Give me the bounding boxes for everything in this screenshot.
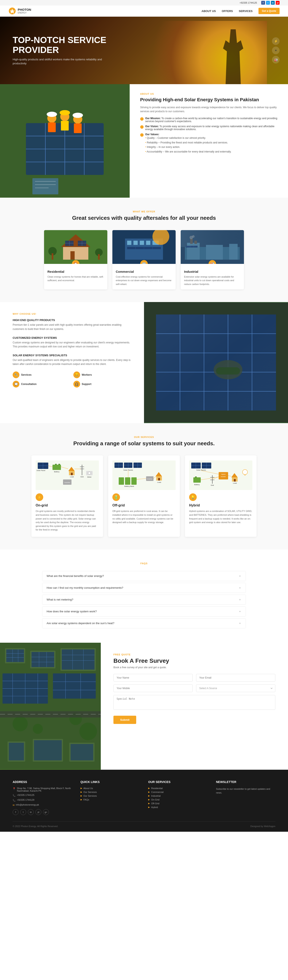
stat-workers: 👷 Workers — [73, 371, 132, 378]
values-text: Our Values: Quality – Customer satisfact… — [145, 133, 231, 154]
hero-bg-glow — [140, 21, 267, 84]
hero-icon-3: 🏭 — [272, 56, 280, 64]
form-row-3 — [113, 695, 275, 711]
svg-rect-40 — [140, 241, 144, 245]
mobile-input[interactable] — [113, 684, 193, 692]
faq-question-4[interactable]: How does the solar energy system work? ＋ — [42, 607, 246, 616]
faq-question-5[interactable]: Are solar energy systems dependent on th… — [42, 619, 246, 628]
email-input[interactable] — [196, 674, 275, 681]
facebook-icon[interactable]: f — [261, 1, 265, 5]
nav-services[interactable]: SERVICES — [239, 10, 253, 13]
footer-link-ongrid[interactable]: ▶ On-Grid — [148, 799, 208, 801]
footer-link-about[interactable]: ▶ About Us — [81, 787, 140, 789]
arrow-icon-5: ▶ — [148, 787, 150, 789]
ongrid-icon: ⚡ — [36, 493, 43, 501]
footer-link-industrial[interactable]: ▶ Industrial — [148, 795, 208, 797]
why-title-3: SOLAR ENERGY SYSTEMS SPECIALISTS — [13, 354, 131, 357]
logo-icon — [8, 7, 16, 15]
footer: Address 📍 Shop No. 7-98, Salma Shopping … — [0, 770, 288, 832]
footer-link-commercial[interactable]: ▶ Commercial — [148, 791, 208, 793]
notes-textarea[interactable] — [113, 695, 275, 710]
footer-link-offgrid[interactable]: ▶ Off-Grid — [148, 802, 208, 805]
twitter-icon[interactable]: t — [266, 1, 270, 5]
svg-rect-165 — [32, 652, 54, 667]
ongrid-desc: On-grid systems are mostly preferred to … — [36, 509, 99, 532]
service-name-residential: Residential — [48, 270, 104, 274]
why-desc-1: Premium tier-1 solar panels are used wit… — [13, 323, 131, 331]
svg-point-16 — [60, 110, 70, 115]
svg-text:Inverter: Inverter — [221, 476, 226, 477]
youtube-icon[interactable]: yt — [276, 1, 280, 5]
nav-offers[interactable]: OFFERS — [222, 10, 233, 13]
service-body-commercial: Commercial Cost-effective energy systems… — [112, 264, 176, 290]
faq-question-2[interactable]: How can I find out my monthly consumptio… — [42, 583, 246, 593]
stat-workers-icon: 👷 — [73, 371, 80, 378]
arrow-icon-2: ▶ — [81, 791, 82, 793]
service-desc-industrial: Extensive solar energy systems are avail… — [184, 275, 240, 286]
values-item: Our Values: Quality – Customer satisfact… — [140, 133, 277, 154]
svg-rect-10 — [48, 123, 56, 132]
form-row-2: Select A Source Google Facebook Referral… — [113, 684, 275, 692]
stat-support: 🎧 Support — [73, 381, 132, 388]
faq-question-1[interactable]: What are the financial benefits of solar… — [42, 571, 246, 581]
notes-field — [113, 695, 275, 711]
hybrid-diagram: Solar Panels Battery Grid Load — [189, 460, 252, 490]
service-card-residential: 🏠 Residential Clean energy systems for h… — [44, 230, 107, 290]
footer-link-our-services[interactable]: ▶ Our Services — [81, 791, 140, 793]
source-select[interactable]: Select A Source Google Facebook Referral… — [196, 684, 275, 692]
arrow-icon-8: ▶ — [148, 799, 150, 801]
nav-about[interactable]: ABOUT US — [202, 10, 216, 13]
arrow-icon-10: ▶ — [148, 806, 150, 808]
footer-link-residential[interactable]: ▶ Residential — [148, 787, 208, 789]
svg-point-15 — [46, 112, 57, 117]
service-name-industrial: Industrial — [184, 270, 240, 274]
get-quote-button[interactable]: Get a Quote — [258, 8, 280, 14]
svg-point-99 — [88, 472, 91, 474]
footer-tw-icon[interactable]: t — [20, 809, 26, 815]
linkedin-icon[interactable]: in — [271, 1, 275, 5]
value-3: Integrity – In our every action. — [145, 145, 231, 150]
faq-list: What are the financial benefits of solar… — [42, 571, 246, 628]
faq-item-5[interactable]: Are solar energy systems dependent on th… — [42, 618, 246, 628]
main-header: PHOTON ENERGY ABOUT US OFFERS SERVICES G… — [0, 5, 288, 17]
submit-button[interactable]: Submit — [113, 716, 136, 724]
footer-in-icon[interactable]: in — [28, 809, 34, 815]
faq-chevron-3: ＋ — [239, 598, 242, 601]
booking-title: Book A Free Survey — [113, 657, 275, 664]
arrow-icon-7: ▶ — [148, 795, 150, 797]
services-section: What We Offer Great services with qualit… — [0, 198, 288, 302]
location-icon: 📍 — [13, 788, 16, 790]
footer-link-hybrid[interactable]: ▶ Hybrid — [148, 806, 208, 808]
faq-item-4[interactable]: How does the solar energy system work? ＋ — [42, 606, 246, 617]
faq-chevron-2: ＋ — [239, 586, 242, 590]
faq-question-3[interactable]: What is net metering? ＋ — [42, 595, 246, 605]
value-2: Reliability – Providing the finest and m… — [145, 140, 231, 145]
why-stats: 🔧 Services 👷 Workers 💬 Consultation 🎧 Su… — [13, 371, 131, 388]
stat-consultation: 💬 Consultation — [13, 381, 71, 388]
name-input[interactable] — [113, 674, 193, 681]
footer-yt-icon[interactable]: yt — [35, 809, 41, 815]
footer-copyright: © 2022 Photon Energy. All Rights Reserve… — [13, 825, 58, 827]
faq-item-3[interactable]: What is net metering? ＋ — [42, 595, 246, 605]
services-label: What We Offer — [13, 210, 275, 213]
why-label: Why Choose Us! — [13, 313, 131, 315]
faq-item-2[interactable]: How can I find out my monthly consumptio… — [42, 583, 246, 593]
logo[interactable]: PHOTON ENERGY — [8, 7, 31, 15]
footer-bottom: © 2022 Photon Energy. All Rights Reserve… — [13, 821, 275, 827]
footer-link-services[interactable]: ▶ Our Services — [81, 795, 140, 797]
faq-item-1[interactable]: What are the financial benefits of solar… — [42, 571, 246, 581]
residential-svg — [44, 230, 107, 264]
svg-text:Grid: Grid — [80, 476, 83, 478]
why-title-2: CUSTOMIZED ENERGY SYSTEMS — [13, 336, 131, 339]
footer-social: f t in yt g+ — [13, 809, 72, 815]
svg-rect-24 — [63, 247, 88, 260]
footer-email: ✉ info@photonenergy.pk — [13, 803, 72, 807]
footer-fb-icon[interactable]: f — [13, 809, 19, 815]
hybrid-desc: Hybrid systems are a combination of SOLA… — [189, 509, 252, 524]
svg-rect-114 — [119, 477, 124, 485]
footer-gg-icon[interactable]: g+ — [43, 809, 49, 815]
stat-services: 🔧 Services — [13, 371, 71, 378]
footer-phone2: 📞 +92335 1744129 — [13, 799, 72, 802]
footer-link-faqs[interactable]: ▶ FAQs — [81, 799, 140, 801]
svg-rect-77 — [156, 315, 276, 410]
